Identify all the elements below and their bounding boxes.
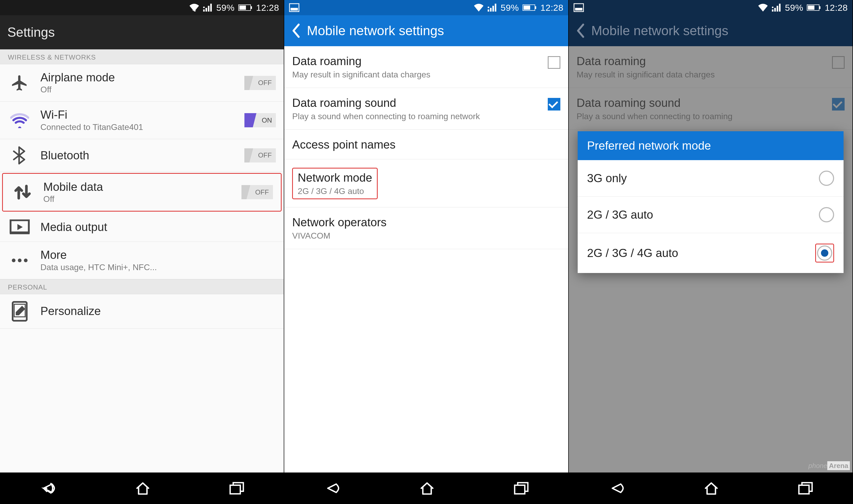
mobile-network-list[interactable]: Data roaming May result in significant d… — [284, 46, 568, 472]
screen-mobile-network: 59% 12:28 Mobile network settings Data r… — [284, 0, 568, 504]
nav-home-icon[interactable] — [135, 481, 151, 496]
option-radio[interactable] — [819, 170, 834, 186]
preferred-network-dialog: Preferred network mode 3G only 2G / 3G a… — [578, 131, 843, 273]
svg-rect-20 — [488, 10, 489, 12]
back-button[interactable] — [292, 23, 301, 38]
svg-rect-33 — [777, 6, 778, 12]
bluetooth-title: Bluetooth — [40, 149, 230, 162]
airplane-icon — [8, 74, 32, 92]
option-label: 2G / 3G / 4G auto — [587, 247, 678, 259]
status-bar: 59% 12:28 — [284, 0, 568, 15]
svg-rect-39 — [799, 485, 809, 494]
mobile-data-icon — [11, 183, 34, 201]
network-mode-highlight: Network mode 2G / 3G / 4G auto — [292, 168, 378, 199]
settings-list[interactable]: WIRELESS & NETWORKS Airplane mode Off OF… — [0, 49, 284, 472]
nav-back-icon[interactable] — [39, 481, 56, 496]
wifi-title: Wi-Fi — [40, 108, 230, 121]
svg-rect-17 — [230, 485, 240, 494]
row-airplane-mode[interactable]: Airplane mode Off OFF — [0, 64, 284, 102]
data-roaming-sub: May result in significant data charges — [292, 69, 542, 80]
row-mobile-data[interactable]: Mobile data Off OFF — [2, 173, 282, 212]
option-radio[interactable] — [819, 207, 834, 222]
battery-percent: 59% — [501, 3, 519, 13]
operators-sub: VIVACOM — [292, 231, 560, 241]
personalize-title: Personalize — [40, 305, 276, 317]
page-title: Mobile network settings — [307, 23, 444, 38]
option-2g-3g-auto[interactable]: 2G / 3G auto — [578, 197, 843, 233]
clock: 12:28 — [256, 3, 279, 13]
nav-back-icon[interactable] — [324, 481, 340, 496]
network-mode-title: Network mode — [297, 171, 372, 184]
row-wifi[interactable]: Wi-Fi Connected to TitanGate401 ON — [0, 102, 284, 139]
airplane-sub: Off — [40, 85, 230, 94]
svg-rect-34 — [779, 4, 781, 12]
clock: 12:28 — [540, 3, 563, 13]
nav-recent-icon[interactable] — [229, 482, 244, 495]
svg-rect-9 — [239, 5, 246, 10]
option-radio[interactable] — [817, 246, 832, 261]
svg-point-12 — [12, 258, 16, 262]
wifi-icon — [8, 112, 32, 128]
page-title: Settings — [7, 25, 55, 40]
status-bar: 59% 12:28 — [569, 0, 852, 15]
nav-home-icon[interactable] — [703, 481, 719, 496]
row-network-operators[interactable]: Network operators VIVACOM — [284, 208, 568, 249]
svg-point-13 — [18, 258, 21, 262]
svg-rect-38 — [808, 5, 814, 10]
more-title: More — [40, 249, 276, 261]
battery-status-icon — [238, 4, 253, 11]
mobile-data-sub: Off — [43, 194, 227, 204]
svg-rect-4 — [208, 6, 210, 12]
clock: 12:28 — [825, 3, 848, 13]
svg-point-35 — [772, 6, 774, 8]
row-media-output[interactable]: Media output — [0, 213, 284, 242]
svg-rect-21 — [490, 8, 492, 12]
svg-rect-28 — [515, 485, 525, 494]
svg-rect-26 — [535, 6, 536, 9]
wifi-status-icon — [758, 3, 768, 12]
row-data-roaming[interactable]: Data roaming May result in significant d… — [284, 46, 568, 88]
svg-rect-8 — [251, 6, 252, 9]
option-2g-3g-4g-auto[interactable]: 2G / 3G / 4G auto — [578, 233, 843, 273]
operators-title: Network operators — [292, 216, 560, 229]
roaming-sound-checkbox[interactable] — [548, 98, 560, 110]
row-more[interactable]: More Data usage, HTC Mini+, NFC... — [0, 242, 284, 279]
svg-rect-31 — [772, 10, 774, 12]
battery-percent: 59% — [216, 3, 235, 13]
svg-rect-23 — [495, 4, 496, 12]
bluetooth-icon — [8, 146, 32, 165]
option-3g-only[interactable]: 3G only — [578, 160, 843, 197]
wifi-status-icon — [189, 3, 199, 12]
option-radio-highlight — [815, 244, 834, 263]
wifi-sub: Connected to TitanGate401 — [40, 122, 230, 132]
svg-rect-3 — [205, 8, 207, 12]
nav-home-icon[interactable] — [419, 481, 435, 496]
app-bar: Mobile network settings — [569, 15, 852, 46]
row-personalize[interactable]: Personalize — [0, 294, 284, 329]
personalize-icon — [8, 301, 32, 322]
row-data-roaming-sound[interactable]: Data roaming sound Play a sound when con… — [284, 88, 568, 130]
apn-title: Access point names — [292, 138, 560, 151]
svg-rect-22 — [492, 6, 494, 12]
category-personal: PERSONAL — [0, 279, 284, 294]
more-sub: Data usage, HTC Mini+, NFC... — [40, 263, 276, 272]
svg-rect-11 — [10, 232, 30, 234]
mobile-data-toggle[interactable]: OFF — [241, 185, 273, 199]
nav-back-icon[interactable] — [608, 481, 625, 496]
airplane-toggle[interactable]: OFF — [244, 76, 276, 90]
row-apn[interactable]: Access point names — [284, 130, 568, 159]
watermark: phoneArena — [809, 462, 850, 470]
wifi-toggle[interactable]: ON — [244, 113, 276, 127]
nav-recent-icon[interactable] — [514, 482, 529, 495]
nav-recent-icon[interactable] — [798, 482, 813, 495]
data-roaming-checkbox[interactable] — [548, 56, 560, 69]
svg-rect-19 — [291, 8, 298, 11]
row-bluetooth[interactable]: Bluetooth OFF — [0, 139, 284, 172]
bluetooth-toggle[interactable]: OFF — [244, 148, 276, 162]
mobile-data-title: Mobile data — [43, 181, 227, 193]
battery-percent: 59% — [785, 3, 803, 13]
row-network-mode[interactable]: Network mode 2G / 3G / 4G auto — [284, 159, 568, 208]
svg-point-14 — [24, 258, 28, 262]
option-label: 2G / 3G auto — [587, 208, 653, 221]
battery-status-icon — [523, 4, 537, 11]
